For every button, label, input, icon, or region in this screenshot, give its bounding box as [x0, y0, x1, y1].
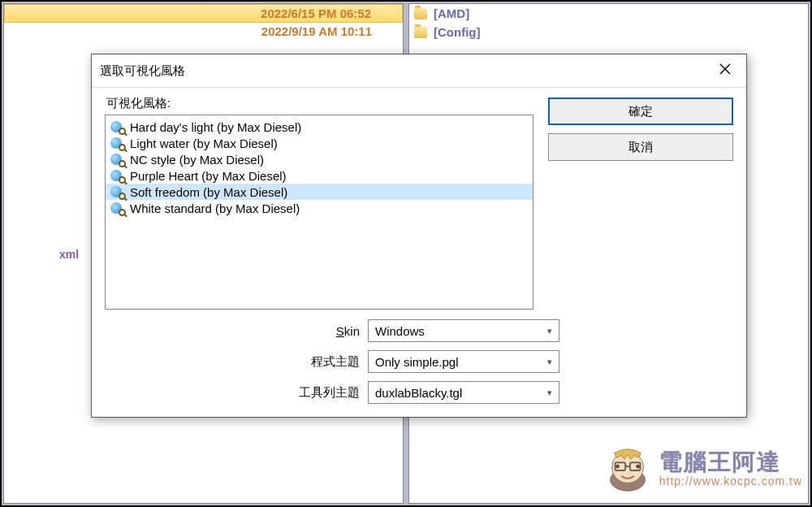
style-list-label: 可視化風格: — [105, 96, 533, 111]
xml-ext-label: xml — [59, 248, 79, 261]
skin-label: Skin — [105, 324, 360, 338]
toolbar-theme-value: duxlabBlacky.tgl — [375, 386, 462, 400]
folder-label: [AMD] — [434, 6, 469, 20]
list-item-icon — [110, 136, 125, 150]
chevron-down-icon: ▾ — [547, 326, 552, 336]
style-list-item[interactable]: NC style (by Max Diesel) — [106, 151, 533, 167]
watermark-title: 電腦王阿達 — [659, 450, 802, 475]
chevron-down-icon: ▾ — [547, 388, 552, 398]
row-date: 2022/9/19 AM 10:11 — [261, 24, 372, 38]
list-item-icon — [110, 152, 125, 167]
folder-icon — [414, 27, 427, 38]
list-item-label: White standard (by Max Diesel) — [130, 202, 300, 215]
list-item-icon — [110, 201, 125, 215]
chevron-down-icon: ▾ — [547, 357, 552, 367]
watermark: 電腦王阿達 http://www.kocpc.com.tw — [603, 444, 802, 494]
theme-value: Only simple.pgl — [375, 355, 459, 369]
visual-style-dialog: 選取可視化風格 可視化風格: Hard day's light (by Max … — [91, 54, 747, 418]
list-item-label: NC style (by Max Diesel) — [130, 153, 264, 167]
list-item-icon — [110, 119, 125, 134]
folder-icon — [414, 8, 427, 20]
list-item-label: Soft freedom (by Max Diesel) — [130, 185, 287, 199]
row-name: 2022/6/15 PM 06:52 — [11, 6, 395, 20]
close-icon — [719, 63, 731, 78]
watermark-face-icon — [603, 444, 653, 494]
list-item-label: Light water (by Max Diesel) — [130, 136, 278, 150]
style-list-item[interactable]: Soft freedom (by Max Diesel) — [106, 184, 533, 200]
theme-combobox[interactable]: Only simple.pgl ▾ — [368, 350, 559, 373]
style-list-item[interactable]: Light water (by Max Diesel) — [106, 135, 533, 151]
style-list-item[interactable]: Purple Heart (by Max Diesel) — [106, 167, 533, 184]
folder-label: [Config] — [434, 25, 480, 39]
theme-label: 程式主題 — [105, 354, 360, 370]
style-listbox[interactable]: Hard day's light (by Max Diesel)Light wa… — [105, 115, 533, 310]
close-button[interactable] — [710, 59, 740, 82]
row-name: 2022/9/19 AM 10:11 — [11, 24, 396, 38]
list-item-icon — [110, 168, 125, 183]
ok-button[interactable]: 確定 — [548, 98, 733, 125]
dialog-title: 選取可視化風格 — [100, 63, 710, 79]
file-row[interactable]: 2022/9/19 AM 10:11 — [4, 23, 403, 40]
file-row[interactable]: 2022/6/15 PM 06:52 — [4, 4, 403, 23]
list-item-label: Purple Heart (by Max Diesel) — [130, 169, 287, 183]
row-date: 2022/6/15 PM 06:52 — [261, 6, 371, 20]
folder-row[interactable]: [AMD] — [409, 4, 808, 23]
list-item-label: Hard day's light (by Max Diesel) — [130, 120, 301, 134]
titlebar[interactable]: 選取可視化風格 — [92, 54, 746, 88]
cancel-button[interactable]: 取消 — [548, 133, 733, 161]
skin-combobox[interactable]: Windows ▾ — [368, 319, 559, 342]
style-list-item[interactable]: White standard (by Max Diesel) — [106, 200, 533, 216]
style-list-item[interactable]: Hard day's light (by Max Diesel) — [106, 119, 533, 135]
toolbar-theme-combobox[interactable]: duxlabBlacky.tgl ▾ — [368, 381, 559, 404]
watermark-url: http://www.kocpc.com.tw — [659, 475, 802, 488]
svg-point-7 — [615, 465, 620, 469]
folder-row[interactable]: [Config] — [409, 23, 808, 41]
toolbar-theme-label: 工具列主題 — [105, 385, 360, 401]
list-item-icon — [110, 184, 125, 199]
svg-point-8 — [636, 465, 640, 469]
skin-value: Windows — [375, 324, 425, 338]
